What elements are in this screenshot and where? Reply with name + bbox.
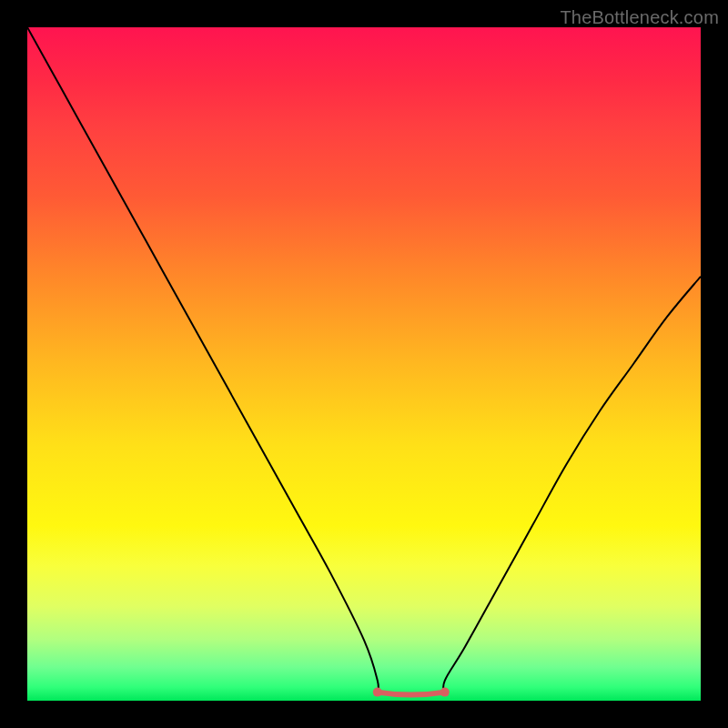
curve-left-path <box>27 27 379 694</box>
bottleneck-curve <box>27 27 701 701</box>
curve-right-path <box>443 277 701 694</box>
watermark-text: TheBottleneck.com <box>560 7 719 28</box>
plot-area <box>27 27 701 701</box>
flat-minimum-path <box>378 693 445 695</box>
flat-minimum-dot-right <box>440 688 450 697</box>
flat-minimum-dot-left <box>373 688 382 697</box>
chart-container: TheBottleneck.com <box>0 0 728 728</box>
